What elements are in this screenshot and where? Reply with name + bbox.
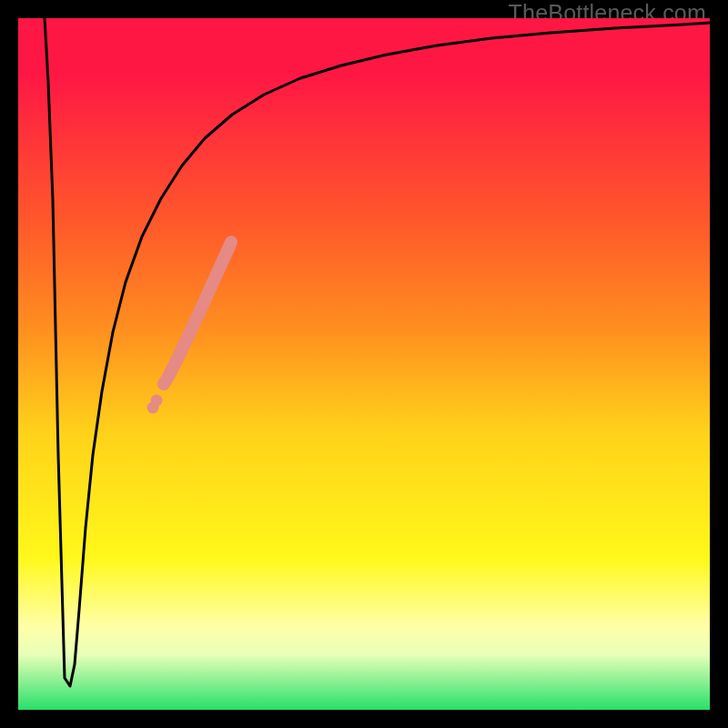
plot-area [18,18,710,710]
chart-svg [18,18,710,710]
chart-frame: TheBottleneck.com [0,0,728,728]
highlight-dots [147,395,163,414]
highlight-dot [151,395,163,407]
bottleneck-curve [45,18,710,686]
highlight-band [164,242,231,384]
